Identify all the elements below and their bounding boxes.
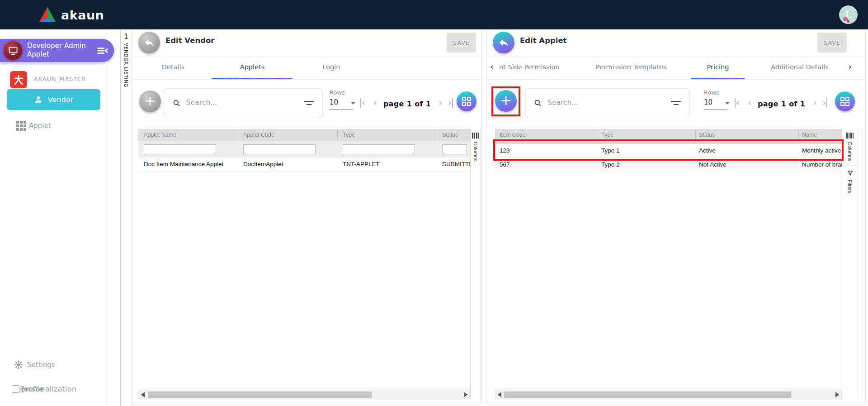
next-page-button[interactable] [813,98,816,108]
vendor-listing-label: VENDOR LISTING [123,43,129,87]
scroll-right-icon[interactable] [464,392,467,397]
save-button[interactable]: SAVE [447,33,476,53]
previous-page-button[interactable] [748,98,751,108]
search-icon [172,99,181,107]
add-applet-button[interactable] [139,91,161,112]
horizontal-scrollbar[interactable] [495,390,842,399]
search-input[interactable] [547,99,665,107]
sidebar-item-personalization[interactable]: Personalization profile [0,384,107,396]
page-title: Edit Applet [520,36,567,45]
cell-status: SUBMITTE [442,161,470,167]
gear-icon [14,360,24,370]
table-header-row: Applet Name Applet Code Type Status [138,129,470,141]
column-header: Applet Code [243,132,274,138]
tab-login[interactable]: Login [293,63,370,71]
previous-page-button[interactable] [373,98,377,108]
filters-tab-label: Filters [847,180,853,193]
table-row[interactable]: 123 Type 1 Active Monthly active u [495,144,842,158]
avatar-flower-icon [847,20,849,23]
cell-item-code: 567 [500,161,510,168]
back-button[interactable] [138,32,160,53]
sidebar-item-akaun-master[interactable]: AKAUN_MASTER [0,71,107,88]
page-indicator: page1of1 [383,100,434,108]
cell-item-code: 123 [500,147,510,154]
filter-input-status[interactable] [442,144,467,154]
search-input[interactable] [186,99,298,107]
scrollbar-thumb[interactable] [148,392,372,398]
vendor-listing-count: 1 [121,33,132,41]
pricing-table: Item Code Type Status Name 123 Type 1 Ac… [495,129,842,390]
scroll-right-icon[interactable] [835,392,839,397]
next-page-button[interactable] [439,98,442,108]
last-page-button[interactable] [822,98,827,108]
cell-applet-name: Doc Item Maintenance Applet [144,161,223,167]
divider [486,79,865,80]
person-icon [34,95,43,104]
column-header: Status [699,132,715,138]
first-page-button[interactable] [360,98,365,108]
tab-applets[interactable]: Applets [214,63,291,71]
rows-per-page-select[interactable]: 10 [704,98,727,110]
first-page-button[interactable] [735,98,740,108]
tenant-label: AKAUN_MASTER [34,76,86,82]
view-columns-icon [472,133,479,139]
tab-client-side-permission[interactable]: nt Side Permission [499,63,580,71]
filter-input-applet-code[interactable] [243,144,316,154]
sidebar-item-vendor[interactable]: Vendor [7,89,100,110]
grid-view-icon [462,97,471,106]
filter-icon[interactable] [670,101,681,105]
horizontal-scrollbar[interactable] [138,390,470,399]
tab-permission-templates[interactable]: Permission Templates [590,63,672,71]
tab-pricing[interactable]: Pricing [679,63,756,71]
brand-logo[interactable]: akaun [38,5,104,25]
chevron-down-icon[interactable] [725,102,730,105]
column-header: Type [601,132,613,138]
add-pricing-button[interactable] [495,90,517,112]
tab-additional-details[interactable]: Additional Details [761,63,838,71]
collapse-sidebar-icon[interactable] [97,45,108,57]
cell-status: Not Active [699,161,726,168]
column-header: Item Code [500,132,526,138]
filter-input-type[interactable] [343,144,415,154]
back-button[interactable] [493,32,514,53]
filter-icon[interactable] [303,101,314,105]
page-title: Edit Vendor [165,36,214,45]
table-side-rail: Columns Filters [842,129,858,399]
scroll-left-icon[interactable] [498,392,501,397]
sidebar-applet-switcher-label: Developer Admin Applet [27,42,96,59]
scroll-left-icon[interactable] [141,392,145,397]
filter-input-applet-name[interactable] [144,144,216,154]
filters-panel-toggle[interactable]: Filters [842,166,858,198]
applet-tabs: nt Side Permission Permission Templates … [486,57,865,80]
tab-scroll-left-icon[interactable] [490,62,494,71]
tab-details[interactable]: Details [135,63,212,71]
sidebar-item-settings[interactable]: Settings [0,358,107,371]
profile-label: profile [21,385,43,393]
tab-scroll-right-icon[interactable] [848,62,852,71]
grid-view-button[interactable] [457,91,476,111]
table-row[interactable]: Doc Item Maintenance Applet DocItemApple… [138,158,470,172]
funnel-icon [847,170,854,177]
search-box [164,88,323,117]
vendor-listing-tab[interactable]: 1 VENDOR LISTING [120,29,132,406]
table-header-row: Item Code Type Status Name [495,129,842,141]
page-indicator: page1of1 [758,100,808,108]
columns-panel-toggle[interactable]: Columns [842,129,858,166]
table-row[interactable]: 567 Type 2 Not Active Number of bran [495,158,842,172]
view-columns-icon [846,133,854,139]
columns-panel-toggle[interactable]: Columns [471,129,481,166]
rows-per-page-select[interactable]: 10 [330,98,353,110]
brand-name: akaun [61,8,104,22]
search-box [525,88,690,117]
last-page-button[interactable] [448,98,453,108]
user-avatar[interactable]: L [839,5,858,24]
save-button[interactable]: SAVE [817,33,847,53]
top-navbar: akaun L [0,0,868,29]
profile-checkbox[interactable] [12,385,19,393]
sidebar-item-developer-admin-applet[interactable]: Developer Admin Applet [0,39,114,62]
sidebar-item-applet[interactable]: Applet [0,119,107,132]
cell-name: Monthly active u [802,147,842,154]
scrollbar-thumb[interactable] [504,392,791,398]
grid-view-button[interactable] [835,91,855,111]
chevron-down-icon[interactable] [351,102,355,105]
